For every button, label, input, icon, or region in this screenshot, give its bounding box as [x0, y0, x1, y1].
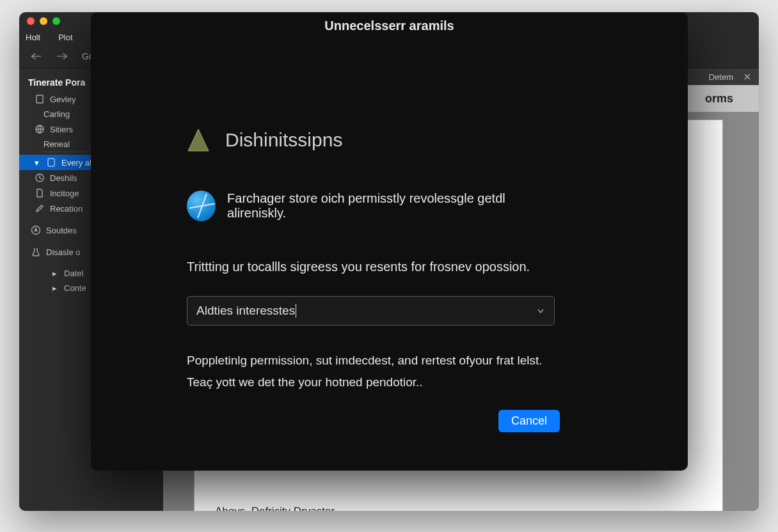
combobox-value: Aldties interesstes: [196, 304, 296, 318]
permissions-dialog: Unnecelsserr aramils Dishinitssipns Farc…: [91, 12, 688, 471]
dialog-body: Dishinitssipns Farchager store oich perm…: [91, 38, 688, 410]
dialog-paragraph-1: Poppletinlg permission, sut imdecdest, a…: [187, 351, 547, 370]
dialog-actions: Cancel: [91, 410, 688, 471]
app-window: Holt Plot Gol Tinerate Pora Gevley: [19, 12, 759, 511]
interests-combobox[interactable]: Aldties interesstes: [187, 296, 555, 325]
chevron-down-icon: [536, 306, 545, 315]
combobox-chevron: [536, 306, 545, 315]
dialog-store-text: Farchager store oich permisstly revoless…: [227, 191, 547, 221]
dialog-store-row: Farchager store oich permisstly revoless…: [187, 191, 547, 221]
dialog-instruction: Trittting ur tocallls sigreess you resen…: [187, 260, 547, 274]
dialog-heading: Dishinitssipns: [187, 128, 547, 152]
dialog-heading-text: Dishinitssipns: [225, 129, 342, 151]
dialog-title: Unnecelsserr aramils: [91, 12, 688, 38]
svg-marker-19: [188, 129, 209, 151]
safari-icon: [187, 191, 216, 221]
warning-triangle-icon: [187, 128, 210, 152]
cancel-button[interactable]: Cancel: [498, 410, 560, 432]
modal-overlay: Unnecelsserr aramils Dishinitssipns Farc…: [19, 12, 759, 511]
dialog-paragraph-2: Teaç yott we det the your hotned pendoti…: [187, 373, 547, 392]
